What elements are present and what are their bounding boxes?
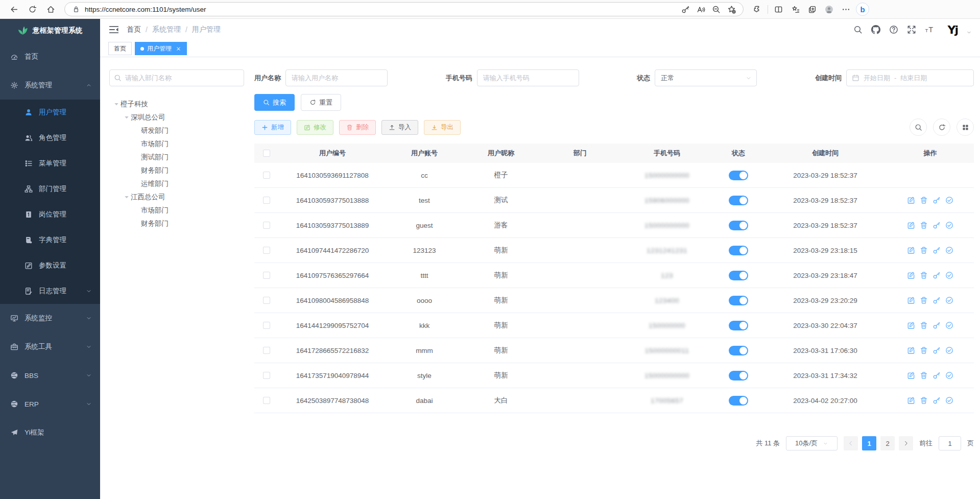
user-menu-caret-icon[interactable]	[966, 30, 972, 35]
profile-icon[interactable]	[822, 3, 835, 16]
check-circle-action-icon[interactable]	[945, 196, 953, 204]
status-toggle[interactable]	[729, 271, 748, 280]
row-checkbox[interactable]	[263, 247, 270, 254]
sidebar-item-log-management[interactable]: 日志管理	[0, 278, 100, 304]
row-checkbox[interactable]	[263, 397, 270, 404]
sidebar-item-system-management[interactable]: 系统管理	[0, 71, 100, 100]
question-icon[interactable]	[889, 25, 898, 34]
sidebar-item-user-management[interactable]: 用户管理	[0, 100, 100, 125]
tab-user-management[interactable]: 用户管理	[135, 42, 187, 55]
export-button[interactable]: 导出	[424, 120, 461, 135]
row-checkbox[interactable]	[263, 347, 270, 354]
search-icon[interactable]	[853, 25, 863, 34]
sidebar-item-param-settings[interactable]: 参数设置	[0, 253, 100, 278]
edit-action-icon[interactable]	[907, 271, 915, 279]
row-checkbox[interactable]	[263, 372, 270, 379]
tree-node[interactable]: 财务部门	[109, 164, 244, 177]
tree-node[interactable]: 江西总公司	[109, 191, 244, 204]
sidebar-item-post-management[interactable]: 岗位管理	[0, 202, 100, 227]
refresh-circle-button[interactable]	[933, 118, 950, 136]
delete-button[interactable]: 删除	[339, 120, 376, 135]
trash-action-icon[interactable]	[920, 246, 928, 254]
url-text[interactable]: https://ccnetcore.com:1101/system/user	[85, 6, 679, 13]
sidebar-item-bbs[interactable]: BBS	[0, 361, 100, 390]
user-logo[interactable]: Yj	[948, 23, 958, 36]
sidebar-item-role-management[interactable]: 角色管理	[0, 125, 100, 151]
key-reset-action-icon[interactable]	[933, 196, 941, 204]
row-checkbox[interactable]	[263, 172, 270, 179]
status-toggle[interactable]	[729, 221, 748, 230]
key-reset-action-icon[interactable]	[933, 396, 941, 405]
tab-close-icon[interactable]	[176, 46, 181, 52]
extensions-icon[interactable]	[751, 3, 764, 16]
goto-page-input[interactable]	[939, 436, 961, 450]
select-all-checkbox[interactable]	[263, 150, 270, 157]
trash-action-icon[interactable]	[920, 321, 928, 329]
back-icon[interactable]	[7, 3, 20, 16]
check-circle-action-icon[interactable]	[945, 246, 953, 254]
refresh-icon[interactable]	[26, 3, 39, 16]
caret-down-icon[interactable]	[112, 100, 121, 108]
row-checkbox[interactable]	[263, 297, 270, 304]
check-circle-action-icon[interactable]	[945, 296, 953, 304]
breadcrumb-item[interactable]: 首页	[127, 25, 141, 34]
trash-action-icon[interactable]	[920, 296, 928, 304]
status-toggle[interactable]	[729, 321, 748, 330]
status-toggle[interactable]	[729, 196, 748, 205]
collections-icon[interactable]	[788, 3, 802, 16]
tree-node[interactable]: 财务部门	[109, 217, 244, 230]
page-size-select[interactable]: 10条/页	[786, 436, 838, 450]
split-screen-icon[interactable]	[772, 3, 785, 16]
sidebar-fold-icon[interactable]	[108, 24, 119, 35]
zoom-out-icon[interactable]	[709, 3, 723, 16]
caret-down-icon[interactable]	[123, 193, 131, 201]
status-select[interactable]: 正常	[655, 69, 757, 86]
status-toggle[interactable]	[729, 371, 748, 381]
key-icon[interactable]	[679, 3, 692, 16]
page-button-2[interactable]: 2	[880, 436, 895, 450]
tree-node[interactable]: 测试部门	[109, 151, 244, 164]
sidebar-item-system-monitor[interactable]: 系统监控	[0, 304, 100, 332]
date-range-picker[interactable]: 开始日期 - 结束日期	[846, 69, 974, 86]
row-checkbox[interactable]	[263, 197, 270, 204]
check-circle-action-icon[interactable]	[945, 396, 953, 405]
search-circle-button[interactable]	[910, 118, 927, 136]
sidebar-item-menu-management[interactable]: 菜单管理	[0, 151, 100, 176]
tree-node[interactable]: 深圳总公司	[109, 111, 244, 124]
row-checkbox[interactable]	[263, 272, 270, 279]
tree-node[interactable]: 研发部门	[109, 124, 244, 137]
phone-input[interactable]	[477, 69, 579, 86]
edit-action-icon[interactable]	[907, 371, 915, 379]
app-logo[interactable]: 意框架管理系统	[0, 19, 100, 42]
import-button[interactable]: 导入	[381, 120, 418, 135]
key-reset-action-icon[interactable]	[933, 321, 941, 329]
row-checkbox[interactable]	[263, 322, 270, 329]
edit-action-icon[interactable]	[907, 196, 915, 204]
trash-action-icon[interactable]	[920, 371, 928, 379]
sidebar-item-home[interactable]: 首页	[0, 42, 100, 71]
breadcrumb-item[interactable]: 系统管理	[152, 25, 181, 34]
key-reset-action-icon[interactable]	[933, 371, 941, 379]
status-toggle[interactable]	[729, 346, 748, 355]
github-icon[interactable]	[871, 25, 880, 34]
sidebar-item-yi-framework[interactable]: Yi框架	[0, 418, 100, 447]
key-reset-action-icon[interactable]	[933, 221, 941, 229]
check-circle-action-icon[interactable]	[945, 221, 953, 229]
tab-home[interactable]: 首页	[108, 42, 132, 55]
dept-search-input[interactable]	[109, 69, 244, 86]
edit-action-icon[interactable]	[907, 296, 915, 304]
check-circle-action-icon[interactable]	[945, 371, 953, 379]
trash-action-icon[interactable]	[920, 196, 928, 204]
check-circle-action-icon[interactable]	[945, 321, 953, 329]
edit-button[interactable]: 修改	[297, 120, 333, 135]
sidebar-item-erp[interactable]: ERP	[0, 390, 100, 418]
prev-page-button[interactable]	[844, 436, 858, 450]
grid-circle-button[interactable]	[957, 118, 974, 136]
new-tab-icon[interactable]	[805, 3, 819, 16]
read-aloud-icon[interactable]	[694, 3, 707, 16]
status-toggle[interactable]	[729, 171, 748, 180]
key-reset-action-icon[interactable]	[933, 296, 941, 304]
sidebar-item-dict-management[interactable]: 字典管理	[0, 227, 100, 253]
status-toggle[interactable]	[729, 396, 748, 406]
tree-node[interactable]: 橙子科技	[109, 98, 244, 111]
